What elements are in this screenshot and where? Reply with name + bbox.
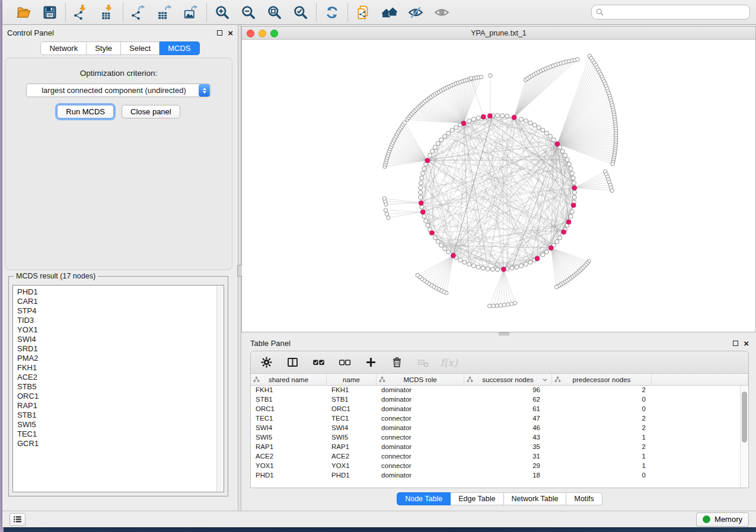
zoom-in-button[interactable]	[214, 4, 231, 21]
optimization-label: Optimization criterion:	[5, 69, 232, 78]
mcds-node-item[interactable]: SWI5	[17, 420, 224, 430]
mcds-node-item[interactable]: RAP1	[17, 401, 224, 411]
mcds-node-item[interactable]: PHD1	[17, 287, 224, 297]
table-row[interactable]: SWI4SWI4dominator462	[251, 424, 748, 433]
window-minimize-traffic-light[interactable]	[259, 30, 266, 37]
table-cell	[652, 433, 748, 443]
memory-button[interactable]: Memory	[696, 512, 749, 527]
save-session-button[interactable]	[42, 4, 58, 21]
table-row[interactable]: ACE2ACE2connector311	[251, 452, 748, 462]
split-table-view-button[interactable]	[285, 355, 299, 370]
status-bar: Memory	[2, 511, 756, 527]
tab-network[interactable]: Network	[40, 41, 87, 55]
checks-icon	[312, 356, 325, 368]
table-cell	[652, 405, 748, 414]
column-header-MCDS-role[interactable]: MCDS role	[377, 374, 464, 385]
table-row[interactable]: TEC1TEC1connector472	[251, 414, 748, 424]
mcds-node-item[interactable]: FKH1	[17, 363, 224, 373]
delete-column-button[interactable]	[390, 355, 404, 370]
tab-mcds[interactable]: MCDS	[160, 41, 199, 55]
column-header-predecessor-nodes[interactable]: predecessor nodes	[552, 374, 652, 385]
table-cell: STB1	[251, 395, 327, 405]
float-table-panel-icon[interactable]	[733, 341, 738, 346]
table-settings-button[interactable]	[259, 355, 273, 370]
column-header-shared-name[interactable]: shared name	[251, 374, 327, 385]
mcds-node-item[interactable]: STB5	[17, 382, 224, 392]
table-cell: 96	[464, 386, 552, 395]
column-label: shared name	[269, 376, 308, 383]
float-panel-icon[interactable]	[217, 30, 222, 36]
deselect-all-rows-button[interactable]	[337, 355, 352, 370]
horizontal-splitter[interactable]	[241, 332, 756, 335]
table-row[interactable]: STB1STB1dominator620	[251, 395, 748, 405]
search-input[interactable]	[591, 5, 750, 20]
mcds-node-item[interactable]: GCR1	[17, 439, 224, 448]
horizontal-splitter-handle[interactable]	[499, 332, 509, 335]
panel-splitter[interactable]	[238, 25, 241, 511]
table-row[interactable]: ORC1ORC1dominator610	[251, 405, 748, 414]
mcds-node-item[interactable]: ORC1	[17, 392, 224, 401]
tab-network-table[interactable]: Network Table	[504, 492, 567, 505]
table-row[interactable]: YOX1YOX1connector291	[251, 462, 748, 471]
mcds-result-list[interactable]: PHD1CAR1STP4TID3YOX1SWI4SRD1PMA2FKH1ACE2…	[12, 285, 224, 492]
table-row[interactable]: SWI5SWI5connector431	[251, 433, 748, 443]
mcds-node-item[interactable]: SWI4	[17, 335, 224, 344]
table-row[interactable]: PHD1PHD1dominator180	[251, 471, 748, 480]
close-table-panel-icon[interactable]: ×	[744, 339, 749, 348]
export-table-button[interactable]	[157, 4, 173, 21]
select-all-rows-button[interactable]	[311, 355, 326, 370]
run-mcds-button[interactable]: Run MCDS	[57, 105, 114, 118]
table-row[interactable]: RAP1RAP1dominator352	[251, 443, 748, 452]
open-file-button[interactable]	[15, 4, 32, 21]
mcds-node-item[interactable]: STB1	[17, 411, 224, 420]
import-table-button[interactable]	[99, 4, 116, 21]
open-icon	[16, 5, 31, 20]
mcds-node-item[interactable]: TEC1	[17, 430, 224, 439]
import-network-button[interactable]	[73, 4, 90, 21]
export-image-button[interactable]	[183, 4, 199, 21]
mcds-node-item[interactable]: ACE2	[17, 373, 224, 382]
refresh-network-button[interactable]	[324, 4, 340, 21]
export-network-button[interactable]	[130, 4, 147, 21]
tab-motifs[interactable]: Motifs	[566, 492, 602, 505]
table-cell: connector	[377, 433, 464, 443]
window-maximize-traffic-light[interactable]	[270, 30, 278, 37]
table-scrollbar[interactable]	[740, 386, 748, 488]
close-panel-button[interactable]: Close panel	[122, 105, 180, 118]
desktop-background: Control Panel × NetworkStyleSelectMCDS O…	[0, 0, 756, 532]
mcds-node-item[interactable]: CAR1	[17, 297, 224, 306]
mcds-node-item[interactable]: YOX1	[17, 325, 224, 335]
hide-selected-button[interactable]	[407, 4, 424, 21]
tab-select[interactable]: Select	[121, 41, 160, 55]
mcds-node-item[interactable]: STP4	[17, 306, 224, 316]
mcds-node-item[interactable]: SRD1	[17, 344, 224, 354]
gear-icon	[260, 356, 273, 368]
tab-edge-table[interactable]: Edge Table	[451, 492, 503, 505]
table-row[interactable]: FKH1FKH1dominator962	[251, 386, 748, 395]
tab-node-table[interactable]: Node Table	[397, 492, 451, 505]
first-neighbors-button[interactable]	[381, 4, 398, 21]
table-cell: dominator	[377, 395, 464, 405]
network-title: YPA_prune.txt_1	[471, 29, 527, 37]
window-close-traffic-light[interactable]	[247, 30, 254, 37]
table-scrollbar-thumb[interactable]	[742, 392, 747, 443]
mcds-result-group: MCDS result (17 nodes) PHD1CAR1STP4TID3Y…	[8, 276, 228, 496]
mcds-node-item[interactable]: TID3	[17, 316, 224, 325]
zoom-out-button[interactable]	[240, 4, 257, 21]
network-canvas[interactable]	[242, 40, 755, 332]
criterion-select[interactable]: largest connected component (undirected)	[26, 84, 211, 97]
zoom-fit-button[interactable]	[266, 4, 283, 21]
task-history-button[interactable]	[9, 513, 25, 526]
show-hidden-button[interactable]	[433, 4, 450, 21]
clone-network-button[interactable]	[355, 4, 372, 21]
mcds-node-item[interactable]: PMA2	[17, 354, 224, 363]
create-column-button[interactable]	[363, 355, 378, 370]
mcds-list-scrollbar[interactable]	[216, 286, 223, 491]
tab-style[interactable]: Style	[87, 41, 121, 55]
imp-net-icon	[74, 5, 89, 20]
zoom-selected-button[interactable]	[292, 4, 309, 21]
close-panel-icon[interactable]: ×	[228, 28, 233, 37]
table-cell: 1	[552, 462, 652, 471]
column-header-name[interactable]: name	[327, 374, 377, 385]
column-header-successor-nodes[interactable]: successor nodes	[464, 374, 552, 385]
